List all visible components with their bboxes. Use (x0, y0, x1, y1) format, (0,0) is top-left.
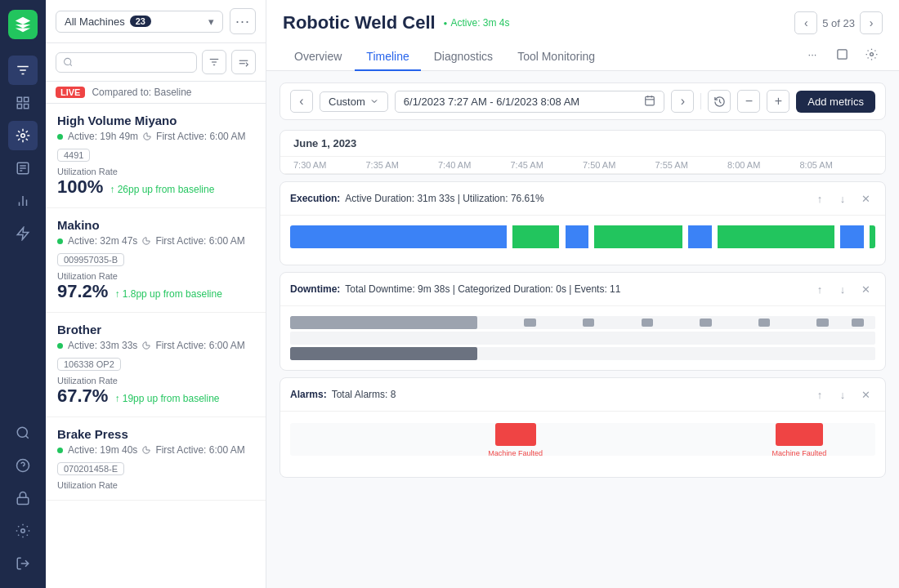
time-label-3: 7:45 AM (511, 160, 584, 170)
svg-point-21 (21, 529, 25, 533)
tab-timeline[interactable]: Timeline (355, 43, 420, 71)
next-machine-button[interactable]: › (860, 11, 883, 34)
first-active-icon (142, 446, 150, 454)
machine-name: Brother (57, 323, 254, 336)
downtime-segment (290, 316, 477, 329)
machine-name: High Volume Miyano (57, 114, 254, 127)
main-header: Robotic Weld Cell Active: 3m 4s ‹ 5 of 2… (266, 0, 899, 71)
svg-rect-6 (25, 105, 29, 109)
machine-panel: All Machines 23 ▾ ··· LIVE Compared to: … (46, 0, 266, 588)
exec-segment-green-3 (718, 225, 834, 248)
search-filter-bar (46, 43, 266, 82)
tab-overview[interactable]: Overview (283, 43, 353, 71)
sidebar-item-lock[interactable] (8, 483, 38, 513)
sidebar-item-list[interactable] (8, 154, 38, 183)
exec-segment-blue-2 (566, 225, 589, 248)
sidebar-item-machines[interactable] (8, 121, 38, 150)
svg-rect-4 (25, 97, 29, 101)
alarms-metric-body: Machine Faulted Machine Faulted (280, 412, 885, 477)
tab-diagnostics[interactable]: Diagnostics (423, 43, 504, 71)
timeline-toolbar: ‹ Custom 6/1/2023 7:27 AM - 6/1/2023 8:0… (280, 82, 886, 120)
util-label: Utilization Rate (57, 376, 254, 385)
alarm-row: Machine Faulted Machine Faulted (290, 423, 875, 456)
move-up-button[interactable]: ↑ (810, 385, 830, 404)
svg-rect-5 (17, 105, 21, 109)
sort-button[interactable] (231, 50, 256, 74)
machine-active-time: Active: 19h 49m (68, 131, 138, 142)
more-tab-options-button[interactable]: ··· (801, 42, 824, 65)
calendar-icon[interactable] (644, 95, 655, 109)
machine-tag: 4491 (57, 149, 90, 162)
time-label-1: 7:35 AM (366, 160, 439, 170)
util-value: 67.7% (57, 385, 108, 407)
status-dot-icon (57, 238, 63, 244)
search-input-wrap (56, 52, 197, 73)
timeline-chart: June 1, 2023 7:30 AM 7:35 AM 7:40 AM 7:4… (280, 130, 886, 175)
machine-selector[interactable]: All Machines 23 ▾ (56, 11, 223, 33)
svg-rect-20 (17, 497, 29, 504)
metric-header: Downtime: Total Downtime: 9m 38s | Categ… (280, 273, 885, 306)
sidebar-item-chart[interactable] (8, 186, 38, 216)
downtime-row-3 (290, 347, 875, 360)
app-logo[interactable] (8, 10, 38, 39)
metric-header: Alarms: Total Alarms: 8 ↑ ↓ ✕ (280, 378, 885, 412)
time-label-6: 8:00 AM (727, 160, 800, 170)
prev-machine-button[interactable]: ‹ (794, 11, 817, 34)
downtime-segment (583, 318, 594, 327)
metric-title: Alarms: (290, 389, 327, 400)
move-up-button[interactable]: ↑ (810, 279, 830, 299)
tab-tool-monitoring[interactable]: Tool Monitoring (506, 43, 606, 71)
sidebar-item-logout[interactable] (8, 549, 38, 578)
sidebar-item-filter[interactable] (8, 56, 38, 85)
sidebar-item-search[interactable] (8, 418, 38, 448)
exec-segment-blue-4 (840, 225, 864, 248)
machine-status: Active: 32m 47s First Active: 6:00 AM (57, 235, 254, 247)
sidebar-item-alerts[interactable] (8, 219, 38, 248)
downtime-metric-body (280, 306, 885, 370)
move-up-button[interactable]: ↑ (810, 189, 830, 208)
list-item[interactable]: Makino Active: 32m 47s First Active: 6:0… (46, 208, 266, 313)
machine-active-time: Active: 32m 47s (68, 235, 137, 247)
expand-button[interactable] (830, 42, 853, 65)
list-item[interactable]: Brother Active: 33m 33s First Active: 6:… (46, 313, 266, 417)
close-metric-button[interactable]: ✕ (856, 279, 875, 299)
alarm-label-1: Machine Faulted (488, 449, 543, 457)
sidebar-item-settings[interactable] (8, 516, 38, 546)
machine-tag: 009957035-B (57, 253, 124, 266)
close-metric-button[interactable]: ✕ (856, 385, 875, 404)
move-down-button[interactable]: ↓ (833, 279, 852, 299)
sidebar-item-dashboard[interactable] (8, 88, 38, 118)
toolbar-separator (700, 93, 701, 109)
chevron-down-icon (369, 96, 379, 106)
close-metric-button[interactable]: ✕ (856, 189, 875, 208)
metric-stats: Total Downtime: 9m 38s | Categorized Dur… (345, 283, 620, 295)
svg-point-23 (65, 58, 71, 65)
first-active-time: First Active: 6:00 AM (156, 131, 245, 142)
sidebar (0, 0, 46, 588)
machine-active-time: Active: 33m 33s (68, 340, 137, 351)
time-range-select[interactable]: Custom (320, 91, 388, 112)
list-item[interactable]: High Volume Miyano Active: 19h 49m First… (46, 104, 266, 208)
active-status-badge: Active: 3m 4s (444, 17, 510, 29)
sidebar-item-help[interactable] (8, 451, 38, 480)
svg-point-7 (21, 134, 25, 138)
move-down-button[interactable]: ↓ (833, 385, 852, 404)
util-label: Utilization Rate (57, 167, 254, 176)
zoom-in-button[interactable]: + (767, 90, 789, 113)
first-active-icon (143, 132, 151, 140)
alarm-segment-1: Machine Faulted (495, 423, 536, 446)
chart-date: June 1, 2023 (280, 131, 885, 157)
search-input[interactable] (78, 56, 190, 69)
add-metrics-button[interactable]: Add metrics (796, 91, 875, 113)
history-button[interactable] (708, 90, 731, 113)
filter-button[interactable] (202, 50, 226, 74)
main-content: Robotic Weld Cell Active: 3m 4s ‹ 5 of 2… (266, 0, 899, 588)
more-options-button[interactable]: ··· (230, 8, 256, 34)
list-item[interactable]: Brake Press Active: 19m 40s First Active… (46, 417, 266, 501)
settings-button[interactable] (860, 42, 883, 65)
timeline-prev-button[interactable]: ‹ (290, 90, 313, 113)
date-next-button[interactable]: › (671, 90, 694, 113)
zoom-out-button[interactable]: − (737, 90, 760, 113)
time-label-2: 7:40 AM (438, 160, 511, 170)
move-down-button[interactable]: ↓ (833, 189, 852, 208)
